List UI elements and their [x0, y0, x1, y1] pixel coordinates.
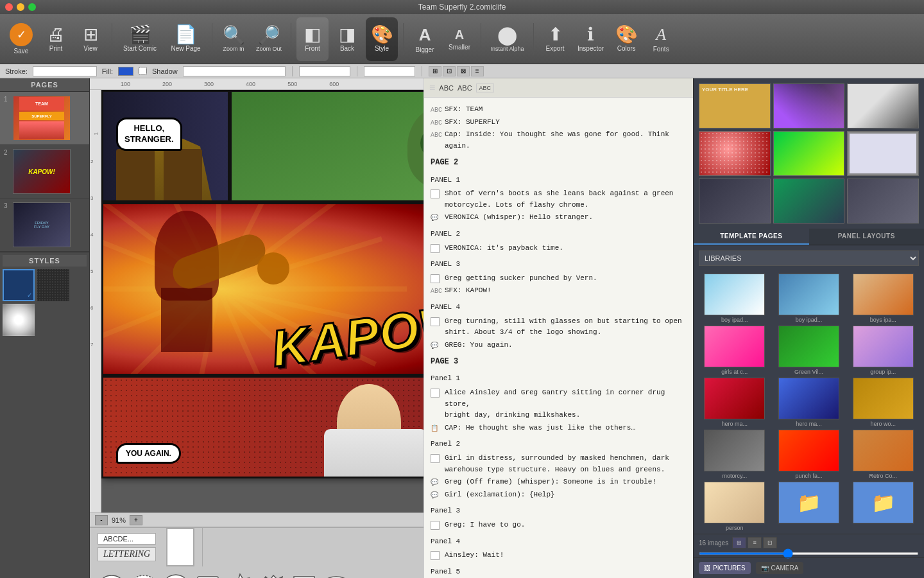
template-5[interactable]	[773, 131, 845, 176]
template-2[interactable]	[773, 83, 845, 128]
view-grid-btn[interactable]: ⊞	[732, 537, 746, 548]
close-button[interactable]	[5, 3, 13, 11]
balloon-shout[interactable]	[226, 572, 254, 578]
front-button[interactable]: ◧ Front	[296, 17, 329, 61]
fill-color-swatch[interactable]	[118, 67, 133, 76]
align-left-btn[interactable]: ⊞	[429, 66, 441, 76]
comic-panel-boots[interactable]: HELLO,STRANGER.	[101, 90, 230, 202]
script-content[interactable]: ABC SFX: TEAM ABC SFX: SUPERFLY ABC Cap:…	[424, 98, 693, 578]
libraries-select[interactable]: LIBRARIES	[699, 250, 919, 266]
new-page-button[interactable]: 📄 New Page	[165, 17, 207, 61]
script-checkbox-2[interactable]	[431, 244, 440, 253]
smaller-button[interactable]: A Smaller	[443, 17, 475, 61]
view-list-btn[interactable]: ≡	[748, 537, 762, 548]
maximize-button[interactable]	[28, 3, 36, 11]
minimize-button[interactable]	[17, 3, 24, 11]
text-preview[interactable]: ABCDE...	[98, 533, 156, 545]
colors-button[interactable]: 🎨 Colors	[610, 17, 642, 61]
script-checkbox-3[interactable]	[431, 274, 440, 283]
template-1[interactable]: YOUR TITLE HERE	[699, 83, 771, 128]
source-tab-camera[interactable]: 📷 CAMERA	[756, 562, 804, 574]
lib-item-girls[interactable]: girls at c...	[699, 326, 771, 375]
lib-item-hero-2[interactable]: hero ma...	[773, 378, 845, 427]
page-thumbnail-3[interactable]: 3 FRIDAYFLY DAY	[0, 198, 89, 252]
zoom-out-small-btn[interactable]: -	[95, 515, 108, 525]
align-right-btn[interactable]: ⊠	[457, 66, 470, 76]
zoom-out-button[interactable]: 🔎 Zoom Out	[252, 17, 286, 61]
script-btn-3[interactable]: ABC	[476, 83, 495, 92]
back-button[interactable]: ◨ Back	[331, 17, 363, 61]
shadow-checkbox[interactable]	[139, 67, 147, 75]
template-9[interactable]	[847, 179, 919, 223]
tab-panel-layouts[interactable]: PANEL LAYOUTS	[809, 229, 925, 245]
instant-alpha-button[interactable]: ⬤ Instant Alpha	[486, 17, 528, 61]
script-btn-1[interactable]: ABC	[439, 84, 454, 92]
script-btn-2[interactable]: ABC	[458, 84, 472, 92]
page-thumbnail-1[interactable]: 1 TEAM SUPERFLY	[0, 92, 89, 145]
zoom-in-button[interactable]: 🔍 Zoom In	[218, 17, 250, 61]
stroke-input[interactable]	[33, 66, 97, 76]
balloon-rect[interactable]	[290, 572, 318, 578]
bigger-button[interactable]: A Bigger	[409, 17, 441, 61]
fonts-button[interactable]: A Fonts	[645, 17, 677, 61]
lib-item-person[interactable]: person	[699, 482, 771, 531]
print-button[interactable]: 🖨 Print	[40, 17, 72, 61]
align-center-btn[interactable]: ⊡	[443, 66, 456, 76]
lettering-preview[interactable]: LETTERING	[98, 547, 156, 561]
script-checkbox-4[interactable]	[431, 317, 440, 326]
lib-item-hero-w[interactable]: hero wo...	[847, 378, 919, 427]
lib-item-folder-1[interactable]: 📁	[773, 482, 845, 531]
view-large-btn[interactable]: ⊡	[763, 537, 777, 548]
balloon-wide[interactable]	[322, 572, 350, 578]
lib-item-folder-2[interactable]: 📁	[847, 482, 919, 531]
view-button[interactable]: ⊞ View	[74, 17, 107, 61]
style-button[interactable]: 🎨 Style	[366, 17, 398, 61]
lib-item-retro[interactable]: Retro Co...	[847, 430, 919, 479]
script-p3-panel-5-header: Panel 5	[431, 566, 687, 578]
comic-panel-kapow[interactable]: KAPOW!	[101, 202, 424, 376]
script-checkbox[interactable]	[431, 189, 440, 198]
script-checkbox-6[interactable]	[431, 454, 440, 463]
comic-panel-face[interactable]: IT'S PAYBACKTIME.	[230, 90, 424, 202]
template-4[interactable]	[699, 131, 771, 176]
start-comic-button[interactable]: 🎬 Start Comic	[117, 17, 162, 61]
script-checkbox-7[interactable]	[431, 521, 440, 530]
style-input-2[interactable]	[364, 66, 415, 76]
script-checkbox-5[interactable]	[431, 389, 440, 398]
template-6[interactable]	[847, 131, 919, 176]
lib-item-motor[interactable]: motorcy...	[699, 430, 771, 479]
style-input-1[interactable]	[299, 66, 350, 76]
script-checkbox-8[interactable]	[431, 551, 440, 560]
balloon-caption[interactable]	[194, 572, 222, 578]
zoom-in-small-btn[interactable]: +	[130, 515, 142, 525]
balloon-thought[interactable]	[162, 572, 190, 578]
save-button[interactable]: ✓ Save	[5, 17, 37, 61]
balloon-round[interactable]	[98, 572, 126, 578]
lib-item-boy-ipad-1[interactable]: boy ipad...	[699, 274, 771, 323]
template-7[interactable]	[699, 179, 771, 223]
lib-item-green-vil[interactable]: Green Vil...	[773, 326, 845, 375]
source-tab-pictures[interactable]: 🖼 PICTURES	[699, 562, 751, 574]
inspector-button[interactable]: ℹ Inspector	[574, 17, 608, 61]
style-blue[interactable]: ✓	[3, 269, 35, 301]
comic-panel-bottom[interactable]: YOU AGAIN.	[101, 376, 424, 478]
tab-template-pages[interactable]: TEMPLATE PAGES	[694, 229, 809, 245]
style-dark[interactable]	[37, 269, 69, 301]
lib-item-group[interactable]: group ip...	[847, 326, 919, 375]
lib-item-punch[interactable]: punch fa...	[773, 430, 845, 479]
page-thumbnail-2[interactable]: 2 KAPOW!	[0, 145, 89, 198]
size-slider[interactable]	[699, 552, 919, 555]
template-8[interactable]	[773, 179, 845, 223]
shadow-input[interactable]	[183, 66, 286, 76]
align-full-btn[interactable]: ≡	[471, 66, 484, 76]
canvas-area: 100 200 300 400 500 600 1 2 3 4 5 6 7	[90, 78, 424, 578]
balloon-jagged[interactable]	[258, 572, 286, 578]
lib-item-boys-ipa[interactable]: boys ipa...	[847, 274, 919, 323]
blank-panel-insert[interactable]	[166, 528, 194, 566]
lib-item-hero-1[interactable]: hero ma...	[699, 378, 771, 427]
balloon-oval[interactable]	[130, 572, 158, 578]
export-button[interactable]: ⬆ Export	[539, 17, 571, 61]
style-burst[interactable]	[3, 304, 35, 336]
template-3[interactable]	[847, 83, 919, 128]
lib-item-boy-ipad-2[interactable]: boy ipad...	[773, 274, 845, 323]
